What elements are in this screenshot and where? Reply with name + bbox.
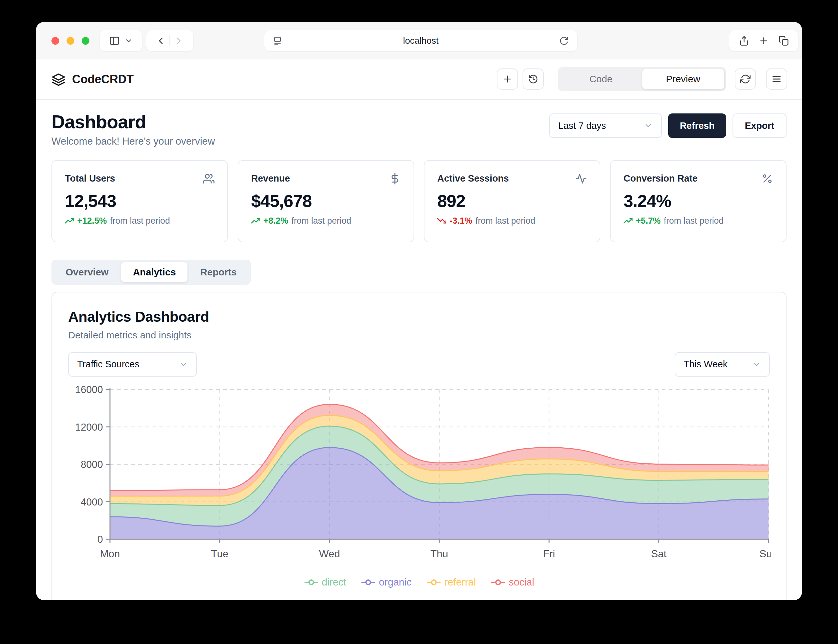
delta-suffix: from last period — [476, 216, 535, 226]
chart-legend: direct organic referral social — [68, 577, 770, 588]
url-text[interactable]: localhost — [403, 36, 439, 46]
browser-toolbar: localhost — [36, 22, 802, 59]
menu-button[interactable] — [766, 69, 787, 90]
history-button[interactable] — [522, 69, 544, 90]
metric-select-value: Traffic Sources — [77, 359, 139, 370]
section-tabs: OverviewAnalyticsReports — [51, 260, 251, 285]
stat-value: 3.24% — [624, 191, 773, 211]
app-header: CodeCRDT Code Preview — [36, 59, 802, 100]
stat-value: $45,678 — [251, 191, 401, 211]
delta-value: +12.5% — [77, 216, 107, 226]
svg-text:16000: 16000 — [75, 385, 103, 395]
tab-preview[interactable]: Preview — [642, 69, 724, 89]
svg-text:Tue: Tue — [211, 548, 228, 560]
date-range-value: Last 7 days — [558, 120, 606, 131]
date-range-select[interactable]: Last 7 days — [549, 113, 662, 138]
chevron-down-icon — [752, 360, 761, 369]
stat-value: 892 — [437, 191, 587, 211]
panel-title: Analytics Dashboard — [68, 309, 770, 325]
legend-item-social[interactable]: social — [491, 577, 534, 588]
legend-item-direct[interactable]: direct — [304, 577, 346, 588]
browser-actions — [729, 30, 798, 51]
sidebar-icon[interactable] — [109, 35, 120, 46]
period-select-value: This Week — [684, 359, 728, 370]
url-bar[interactable]: localhost — [264, 30, 577, 51]
forward-button[interactable] — [173, 35, 184, 46]
analytics-panel: Analytics Dashboard Detailed metrics and… — [51, 292, 787, 600]
stat-value: 12,543 — [65, 191, 214, 211]
stat-delta: +8.2% from last period — [251, 216, 401, 226]
tab-overview-icon[interactable] — [779, 36, 789, 46]
app-logo: CodeCRDT — [51, 59, 133, 99]
layers-icon — [51, 72, 66, 87]
back-button[interactable] — [155, 35, 166, 46]
traffic-sources-chart[interactable]: 0400080001200016000MonTueWedThuFriSatSun — [68, 385, 770, 576]
nav-divider — [170, 35, 170, 46]
stat-cards: Total Users 12,543 +12.5% from last peri… — [51, 160, 787, 242]
legend-marker — [426, 578, 441, 586]
legend-marker — [361, 578, 375, 586]
panel-subtitle: Detailed metrics and insights — [68, 330, 770, 341]
trending-up-icon — [624, 216, 632, 225]
stacked-area-chart[interactable]: 0400080001200016000MonTueWedThuFriSatSun — [68, 385, 771, 575]
svg-text:Fri: Fri — [543, 548, 555, 560]
new-tab-icon[interactable] — [759, 36, 769, 46]
add-button[interactable] — [497, 69, 518, 90]
minimize-window-button[interactable] — [67, 37, 74, 45]
code-preview-toggle: Code Preview — [558, 67, 726, 91]
stat-card-active-sessions: Active Sessions 892 -3.1% from last peri… — [424, 160, 600, 242]
tab-code[interactable]: Code — [560, 69, 642, 89]
app-name: CodeCRDT — [72, 72, 133, 86]
page-title: Dashboard — [51, 112, 215, 132]
refresh-button[interactable]: Refresh — [668, 113, 726, 138]
percent-icon — [761, 173, 773, 184]
export-button[interactable]: Export — [733, 113, 787, 138]
history-icon — [528, 74, 538, 84]
stat-label: Active Sessions — [437, 173, 509, 184]
delta-suffix: from last period — [664, 216, 724, 226]
period-select[interactable]: This Week — [675, 352, 770, 377]
browser-window: localhost CodeCRDT Code Preview — [36, 22, 802, 600]
zoom-window-button[interactable] — [82, 37, 89, 45]
tab-overview[interactable]: Overview — [54, 262, 120, 282]
sync-button[interactable] — [735, 69, 756, 90]
trending-down-icon — [437, 216, 446, 225]
svg-text:Sat: Sat — [651, 548, 667, 560]
sidebar-toggle-group — [100, 30, 142, 51]
delta-value: -3.1% — [449, 216, 473, 226]
traffic-lights — [51, 37, 89, 45]
close-window-button[interactable] — [51, 37, 59, 45]
legend-item-organic[interactable]: organic — [361, 577, 412, 588]
stat-card-conversion-rate: Conversion Rate 3.24% +5.7% from last pe… — [610, 160, 787, 242]
svg-text:12000: 12000 — [75, 421, 103, 432]
metric-select[interactable]: Traffic Sources — [68, 352, 197, 377]
delta-value: +8.2% — [263, 216, 288, 226]
legend-item-referral[interactable]: referral — [426, 577, 476, 588]
stat-delta: +12.5% from last period — [65, 216, 214, 226]
legend-label: referral — [445, 577, 476, 588]
users-icon — [203, 173, 214, 184]
page-content: Dashboard Welcome back! Here's your over… — [36, 112, 802, 600]
svg-text:Wed: Wed — [319, 548, 340, 560]
trending-up-icon — [65, 216, 74, 225]
share-icon[interactable] — [739, 36, 749, 46]
svg-text:Mon: Mon — [100, 548, 120, 560]
legend-label: direct — [322, 577, 346, 588]
chevron-down-icon[interactable] — [124, 37, 133, 45]
plus-icon — [502, 74, 512, 84]
svg-text:0: 0 — [97, 534, 103, 545]
hamburger-icon — [771, 74, 782, 84]
chevron-down-icon — [179, 360, 188, 369]
tab-analytics[interactable]: Analytics — [121, 262, 187, 282]
legend-marker — [304, 578, 319, 586]
chevron-down-icon — [644, 121, 653, 130]
legend-marker — [491, 578, 505, 586]
tab-reports[interactable]: Reports — [189, 262, 248, 282]
legend-label: organic — [379, 577, 412, 588]
stat-card-total-users: Total Users 12,543 +12.5% from last peri… — [51, 160, 228, 242]
reload-icon[interactable] — [559, 36, 569, 46]
delta-suffix: from last period — [291, 216, 351, 226]
refresh-icon — [740, 74, 751, 84]
svg-text:Thu: Thu — [430, 548, 448, 560]
reader-icon[interactable] — [273, 36, 282, 46]
